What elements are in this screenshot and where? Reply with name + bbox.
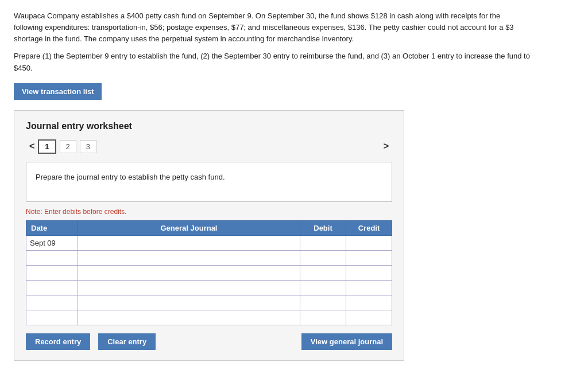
gj-input-2[interactable] [78,251,300,265]
gj-input-3[interactable] [78,266,300,280]
paragraph1: Waupaca Company establishes a $400 petty… [14,10,531,45]
debit-input-4[interactable] [300,281,346,295]
tab-2[interactable]: 2 [60,140,76,153]
debit-input-1[interactable] [300,236,346,250]
table-row [26,280,392,295]
problem-text: Waupaca Company establishes a $400 petty… [14,10,531,74]
header-general-journal: General Journal [78,220,300,235]
tab-1[interactable]: 1 [38,139,56,154]
debit-cell-4[interactable] [300,280,346,295]
table-row [26,250,392,265]
credit-cell-1[interactable] [346,235,392,250]
debit-input-5[interactable] [300,295,346,310]
debit-input-3[interactable] [300,266,346,280]
view-general-journal-button[interactable]: View general journal [301,333,392,350]
date-cell-5 [26,295,78,310]
credit-input-4[interactable] [346,281,392,295]
credit-cell-4[interactable] [346,280,392,295]
date-cell-1: Sept 09 [26,235,78,250]
table-row [26,265,392,280]
tab-prev-arrow[interactable]: < [26,140,38,153]
date-cell-6 [26,310,78,325]
debit-cell-5[interactable] [300,295,346,310]
note-text: Note: Enter debits before credits. [26,208,392,216]
worksheet-title: Journal entry worksheet [26,121,392,131]
gj-cell-2[interactable] [78,250,300,265]
header-credit: Credit [346,220,392,235]
gj-input-4[interactable] [78,281,300,295]
record-entry-button[interactable]: Record entry [26,333,90,350]
header-debit: Debit [300,220,346,235]
credit-cell-3[interactable] [346,265,392,280]
credit-input-1[interactable] [346,236,392,250]
header-date: Date [26,220,78,235]
gj-cell-4[interactable] [78,280,300,295]
view-transaction-button[interactable]: View transaction list [14,83,102,100]
debit-cell-6[interactable] [300,310,346,325]
journal-entry-worksheet: Journal entry worksheet < 1 2 3 > Prepar… [14,110,404,361]
credit-input-3[interactable] [346,266,392,280]
tab-row: < 1 2 3 > [26,139,392,154]
gj-cell-5[interactable] [78,295,300,310]
tab-next-arrow[interactable]: > [380,140,392,153]
clear-entry-button[interactable]: Clear entry [98,333,156,350]
gj-input-6[interactable] [78,310,300,325]
debit-input-6[interactable] [300,310,346,325]
paragraph2: Prepare (1) the September 9 entry to est… [14,50,531,73]
credit-cell-2[interactable] [346,250,392,265]
debit-cell-3[interactable] [300,265,346,280]
gj-input-1[interactable] [78,236,300,250]
gj-cell-3[interactable] [78,265,300,280]
table-row [26,310,392,325]
action-row: Record entry Clear entry View general jo… [26,333,392,350]
credit-input-5[interactable] [346,295,392,310]
gj-cell-6[interactable] [78,310,300,325]
debit-cell-1[interactable] [300,235,346,250]
date-cell-4 [26,280,78,295]
date-cell-3 [26,265,78,280]
debit-input-2[interactable] [300,251,346,265]
instruction-text: Prepare the journal entry to establish t… [36,173,225,181]
credit-cell-5[interactable] [346,295,392,310]
table-row [26,295,392,310]
credit-cell-6[interactable] [346,310,392,325]
gj-input-5[interactable] [78,295,300,310]
credit-input-6[interactable] [346,310,392,325]
tab-3[interactable]: 3 [80,140,96,153]
journal-table: Date General Journal Debit Credit Sept 0… [26,220,392,325]
date-cell-2 [26,250,78,265]
instruction-box: Prepare the journal entry to establish t… [26,162,392,202]
table-row: Sept 09 [26,235,392,250]
debit-cell-2[interactable] [300,250,346,265]
gj-cell-1[interactable] [78,235,300,250]
credit-input-2[interactable] [346,251,392,265]
